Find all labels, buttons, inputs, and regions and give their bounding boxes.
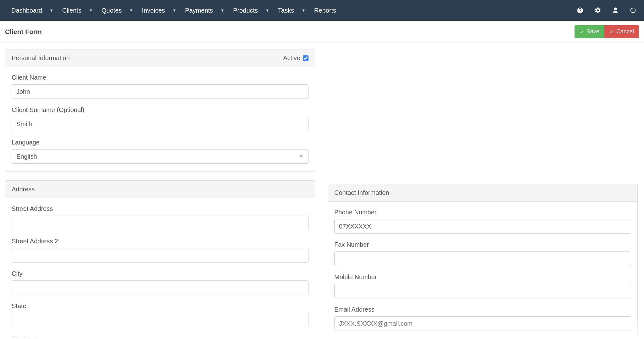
- nav-item-payments[interactable]: Payments ▼: [180, 0, 229, 21]
- caret-down-icon: ▼: [50, 8, 53, 13]
- panel-personal-information: Personal Information Active Client Name …: [5, 49, 315, 172]
- panel-body: Client Name Client Surname (Optional) La…: [5, 67, 315, 171]
- panel-title: Personal Information: [12, 54, 70, 62]
- user-icon[interactable]: [611, 6, 619, 14]
- active-checkbox[interactable]: [303, 55, 308, 61]
- nav-item-dashboard[interactable]: Dashboard ▼: [7, 0, 58, 21]
- phone-number-input[interactable]: [334, 219, 631, 234]
- language-select[interactable]: [12, 149, 308, 164]
- check-icon: [580, 30, 584, 34]
- mobile-number-input[interactable]: [334, 284, 631, 298]
- action-buttons: Save Cancel: [575, 25, 639, 38]
- caret-down-icon: ▼: [265, 8, 269, 13]
- nav-label: Quotes: [102, 7, 122, 14]
- panel-body: Phone Number Fax Number Mobile Number Em…: [328, 202, 637, 339]
- caret-down-icon: ▼: [302, 8, 305, 13]
- nav-label: Products: [233, 7, 258, 14]
- panel-header: Address: [5, 181, 315, 198]
- client-surname-label: Client Surname (Optional): [12, 106, 308, 114]
- fax-number-label: Fax Number: [334, 241, 631, 248]
- cancel-button[interactable]: Cancel: [604, 25, 639, 38]
- top-navbar: Dashboard ▼ Clients ▼ Quotes ▼ Invoices …: [0, 0, 644, 21]
- zip-code-label: Zip Code: [12, 335, 308, 339]
- city-input[interactable]: [12, 280, 308, 295]
- street-address-input[interactable]: [12, 216, 308, 230]
- settings-icon[interactable]: [594, 6, 602, 14]
- help-icon[interactable]: [576, 6, 584, 14]
- panel-title: Contact Information: [334, 189, 389, 196]
- nav-item-clients[interactable]: Clients ▼: [58, 0, 97, 21]
- state-input[interactable]: [12, 313, 308, 327]
- save-button-label: Save: [586, 28, 599, 35]
- caret-down-icon: ▼: [89, 8, 93, 13]
- active-label: Active: [283, 54, 300, 62]
- nav-item-reports[interactable]: Reports: [310, 0, 341, 21]
- nav-item-products[interactable]: Products ▼: [229, 0, 274, 21]
- page-title: Client Form: [5, 28, 42, 36]
- mobile-number-label: Mobile Number: [334, 274, 631, 281]
- panel-contact-information: Contact Information Phone Number Fax Num…: [328, 184, 638, 339]
- spacer: [328, 49, 638, 175]
- caret-down-icon: ▼: [173, 8, 176, 13]
- nav-label: Reports: [314, 7, 336, 14]
- nav-label: Payments: [185, 7, 213, 14]
- cancel-button-label: Cancel: [616, 28, 634, 35]
- fax-number-input[interactable]: [334, 251, 631, 266]
- power-icon[interactable]: [629, 6, 637, 14]
- client-name-label: Client Name: [12, 74, 308, 81]
- panel-header: Contact Information: [328, 184, 637, 202]
- nav-label: Invoices: [142, 7, 165, 14]
- content-area: Personal Information Active Client Name …: [0, 43, 644, 339]
- panel-header: Personal Information Active: [5, 49, 315, 67]
- client-name-input[interactable]: [12, 84, 308, 99]
- email-address-label: Email Address: [334, 306, 631, 313]
- caret-down-icon: ▼: [220, 8, 224, 13]
- state-label: State: [12, 302, 308, 310]
- nav-label: Clients: [62, 7, 81, 14]
- nav-icons: [576, 6, 637, 14]
- nav-label: Dashboard: [11, 7, 42, 14]
- street-address-2-label: Street Address 2: [12, 238, 308, 245]
- city-label: City: [12, 270, 308, 277]
- panel-address: Address Street Address Street Address 2 …: [5, 180, 315, 339]
- close-icon: [609, 30, 614, 34]
- save-button[interactable]: Save: [575, 25, 604, 38]
- nav-menu: Dashboard ▼ Clients ▼ Quotes ▼ Invoices …: [7, 0, 576, 21]
- language-label: Language: [12, 139, 308, 146]
- panel-body: Street Address Street Address 2 City Sta…: [5, 198, 315, 339]
- nav-item-tasks[interactable]: Tasks ▼: [274, 0, 310, 21]
- left-column: Personal Information Active Client Name …: [5, 49, 315, 339]
- nav-item-quotes[interactable]: Quotes ▼: [97, 0, 137, 21]
- page-subheader: Client Form Save Cancel: [0, 21, 644, 43]
- email-address-input[interactable]: [334, 316, 631, 331]
- panel-title: Address: [12, 186, 35, 193]
- client-surname-input[interactable]: [12, 117, 308, 131]
- phone-number-label: Phone Number: [334, 209, 631, 216]
- street-address-2-input[interactable]: [12, 248, 308, 263]
- nav-label: Tasks: [278, 7, 294, 14]
- right-column: Contact Information Phone Number Fax Num…: [328, 49, 638, 339]
- caret-down-icon: ▼: [129, 8, 133, 13]
- nav-item-invoices[interactable]: Invoices ▼: [137, 0, 180, 21]
- street-address-label: Street Address: [12, 205, 308, 212]
